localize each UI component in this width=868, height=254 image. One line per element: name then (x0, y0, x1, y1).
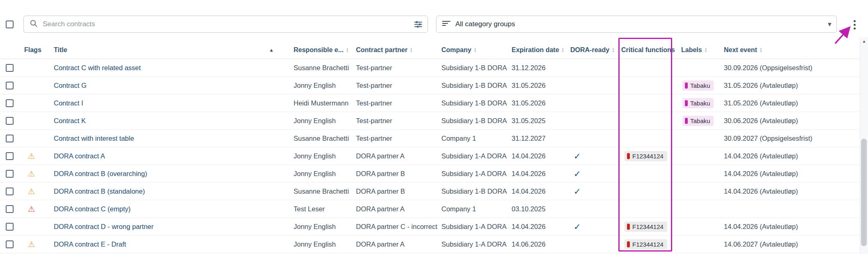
header-next-event[interactable]: Next event (724, 46, 859, 54)
table-row: DORA contract B (overarching) Jonny Engl… (0, 165, 859, 183)
next-event-cell: 30.09.2027 (Oppsigelsesfrist) (724, 135, 859, 142)
contract-title-link[interactable]: Contract G (54, 82, 87, 89)
chevron-down-icon (828, 21, 831, 28)
row-checkbox[interactable] (6, 223, 14, 231)
table-row: DORA contract E - Draft Jonny English DO… (0, 236, 859, 253)
scrollbar-thumb[interactable] (861, 139, 867, 246)
sort-icon (562, 47, 564, 53)
next-event-cell: 30.06.2026 (Avtaleutløp) (724, 117, 859, 125)
responsible-cell: Jonny English (294, 240, 356, 248)
responsible-cell: Jonny English (294, 117, 356, 125)
contract-title-link[interactable]: Contract with interest table (54, 135, 134, 142)
next-event-cell: 14.04.2026 (Avtaleutløp) (724, 223, 859, 231)
more-options-button[interactable] (848, 18, 861, 31)
company-cell: Subsidiary 1-B DORA (441, 117, 512, 125)
table-row: DORA contract B (standalone) Susanne Bra… (0, 183, 859, 200)
responsible-cell: Heidi Mustermann (294, 99, 356, 107)
partner-cell: Test-partner (356, 117, 441, 125)
partner-cell: DORA partner C - incorrect (356, 223, 441, 231)
sort-icon (760, 47, 762, 53)
header-labels[interactable]: Labels (681, 46, 724, 54)
row-checkbox[interactable] (6, 152, 14, 160)
sort-icon (474, 47, 476, 53)
label-text: Tabaku (690, 117, 710, 124)
sort-ascending-icon (269, 47, 274, 53)
dora-ready-check-icon (574, 169, 581, 178)
expiration-cell: 14.04.2026 (512, 188, 570, 195)
partner-cell: Test-partner (356, 64, 441, 72)
partner-cell: DORA partner B (356, 188, 441, 195)
warning-icon (28, 205, 35, 213)
expiration-cell: 14.04.2026 (512, 170, 570, 178)
header-contract-partner[interactable]: Contract partner (356, 46, 441, 54)
partner-cell: Test-partner (356, 99, 441, 107)
contract-title-link[interactable]: Contract K (54, 117, 86, 125)
table-row: Contract with interest table Susanne Bra… (0, 130, 859, 147)
label-chip: Tabaku (682, 98, 714, 108)
partner-cell: Test-partner (356, 82, 441, 89)
contracts-page: All category groups Flags Title Responsi… (0, 0, 868, 254)
table-body: Contract C with related asset Susanne Br… (0, 59, 859, 253)
responsible-cell: Jonny English (294, 152, 356, 160)
search-tune-icon[interactable] (414, 20, 423, 29)
category-filter-icon (442, 20, 450, 28)
partner-cell: DORA partner A (356, 240, 441, 248)
contract-title-link[interactable]: DORA contract B (overarching) (54, 170, 147, 178)
row-checkbox[interactable] (6, 117, 14, 125)
contract-title-link[interactable]: DORA contract A (54, 152, 105, 160)
select-all-checkbox[interactable] (6, 21, 14, 28)
row-checkbox[interactable] (6, 82, 14, 89)
contract-title-link[interactable]: DORA contract C (empty) (54, 205, 131, 213)
responsible-cell: Susanne Brachetti (294, 64, 356, 72)
label-chip: Tabaku (682, 116, 714, 126)
critical-function-chip: F12344124 (625, 239, 667, 249)
row-checkbox[interactable] (6, 170, 14, 178)
vertical-scrollbar[interactable] (860, 37, 868, 254)
header-expiration-date[interactable]: Expiration date (512, 46, 570, 54)
search-input[interactable] (42, 20, 414, 29)
company-cell: Subsidiary 1-A DORA (441, 240, 512, 248)
search-bar (23, 16, 428, 33)
label-chip: Tabaku (682, 80, 714, 91)
company-cell: Subsidiary 1-A DORA (441, 223, 512, 231)
critical-function-id: F12344124 (632, 241, 664, 248)
contract-title-link[interactable]: Contract C with related asset (54, 64, 141, 72)
company-cell: Subsidiary 1-B DORA (441, 64, 512, 72)
company-cell: Subsidiary 1-B DORA (441, 188, 512, 195)
contract-title-link[interactable]: Contract I (54, 99, 83, 107)
row-checkbox[interactable] (6, 99, 14, 107)
category-group-select[interactable]: All category groups (436, 16, 837, 33)
header-title[interactable]: Title (54, 46, 294, 54)
partner-cell: Test-partner (356, 135, 441, 142)
next-event-cell: 14.04.2026 (Avtaleutløp) (724, 152, 859, 160)
header-company[interactable]: Company (441, 46, 512, 54)
next-event-cell: 14.04.2026 (Avtaleutløp) (724, 188, 859, 195)
header-critical-functions[interactable]: Critical functions (621, 46, 681, 54)
sort-icon (705, 47, 707, 53)
critical-function-marker-icon (627, 224, 630, 230)
contract-title-link[interactable]: DORA contract E - Draft (54, 240, 126, 248)
row-checkbox[interactable] (6, 188, 14, 195)
warning-icon (28, 170, 35, 178)
partner-cell: DORA partner A (356, 205, 441, 213)
next-event-cell: 30.09.2026 (Oppsigelsesfrist) (724, 64, 859, 72)
next-event-cell: 31.05.2026 (Avtaleutløp) (724, 82, 859, 89)
row-checkbox[interactable] (6, 64, 14, 72)
expiration-cell: 31.05.2025 (512, 117, 570, 125)
row-checkbox[interactable] (6, 205, 14, 213)
header-dora-ready[interactable]: DORA-ready (570, 46, 621, 54)
contract-title-link[interactable]: DORA contract B (standalone) (54, 188, 145, 195)
toolbar: All category groups (0, 0, 868, 41)
scroll-up-button[interactable] (860, 39, 868, 43)
next-event-cell: 31.05.2026 (Avtaleutløp) (724, 99, 859, 107)
responsible-cell: Jonny English (294, 170, 356, 178)
partner-cell: DORA partner A (356, 152, 441, 160)
company-cell: Subsidiary 1-B DORA (441, 99, 512, 107)
contract-title-link[interactable]: DORA contract D - wrong partner (54, 223, 154, 231)
critical-function-id: F12344124 (632, 223, 664, 230)
search-icon (30, 19, 38, 29)
sort-icon (612, 47, 614, 53)
row-checkbox[interactable] (6, 240, 14, 248)
header-responsible[interactable]: Responsible e... (294, 46, 356, 54)
row-checkbox[interactable] (6, 135, 14, 142)
